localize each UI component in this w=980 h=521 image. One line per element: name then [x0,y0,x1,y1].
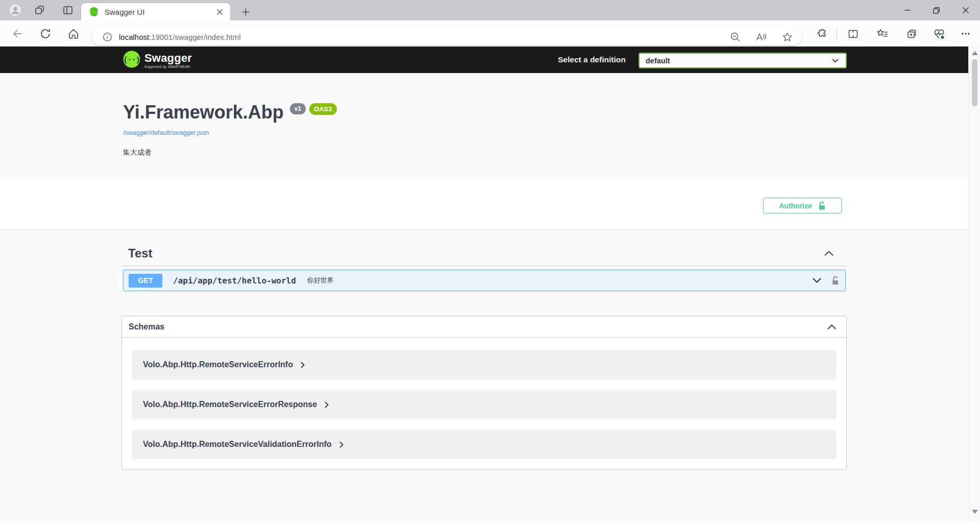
swagger-favicon: {··} [89,7,99,16]
spec-json-link[interactable]: /swagger/default/swagger.json [123,129,209,136]
brand-subtitle: Supported by SMARTBEAR [144,65,192,68]
ellipsis-icon [961,32,970,35]
tab-actions-icon [62,5,74,16]
favorite-star-button[interactable] [782,32,792,42]
authorize-label: Authorize [779,202,812,210]
browser-essentials-icon [934,29,945,39]
profile-avatar[interactable] [9,4,21,16]
schemas-header[interactable]: Schemas [122,316,846,338]
new-tab-button[interactable] [238,5,253,19]
zoom-out-button[interactable] [730,32,740,42]
close-window-button[interactable] [951,0,980,20]
url-path: :19001/swagger/index.html [149,33,240,41]
home-button[interactable] [67,28,80,40]
tab-close-button[interactable] [214,6,225,17]
scheme-container: Authorize [0,179,968,229]
triangle-up-icon [972,51,978,55]
model-row-remote-service-validation-error-info[interactable]: Volo.Abp.Http.RemoteServiceValidationErr… [132,430,836,459]
plus-icon [242,8,250,16]
operation-path: /api/app/test/hello-world [173,276,296,286]
model-name: Volo.Abp.Http.RemoteServiceErrorResponse [143,400,317,409]
restore-button[interactable] [922,0,951,20]
method-badge: GET [129,274,162,288]
site-info-icon[interactable] [103,33,112,41]
home-icon [68,28,79,39]
tab-strip: {··} Swagger UI [0,0,980,20]
definition-select[interactable]: default [639,53,847,68]
chevron-down-icon[interactable] [813,278,821,283]
triangle-down-icon [972,510,978,514]
workspaces-button[interactable] [34,4,46,16]
minimize-button[interactable] [893,0,922,20]
url-host: localhost [119,33,149,41]
split-screen-icon [848,29,859,39]
chevron-up-icon[interactable] [824,251,834,256]
favorites-star-list-icon [877,29,888,39]
reload-button[interactable] [39,28,52,40]
tab-actions-button[interactable] [62,4,74,16]
api-info-section: Yi.Framework.Abp v1 OAS3 /swagger/defaul… [0,73,968,179]
browser-tab-swagger-ui[interactable]: {··} Swagger UI [81,3,230,20]
operation-get-hello-world[interactable]: GET /api/app/test/hello-world 你好世界 [123,270,846,291]
chevron-down-icon [832,59,839,63]
oas-badge: OAS3 [309,103,336,115]
back-button[interactable] [11,28,23,40]
extensions-button[interactable] [816,28,828,40]
scroll-down-button[interactable] [969,507,980,517]
avatar-icon [9,4,21,17]
collections-button[interactable] [905,28,918,40]
select-definition-label: Select a definition [558,55,626,64]
star-icon [782,32,792,42]
swagger-brand: {··} Swagger Supported by SMARTBEAR [123,51,192,68]
scrollbar-thumb[interactable] [972,59,977,106]
schemas-title: Schemas [129,322,164,331]
restore-icon [933,7,940,14]
zoom-out-icon [730,32,740,42]
model-row-remote-service-error-response[interactable]: Volo.Abp.Http.RemoteServiceErrorResponse [132,390,836,419]
split-screen-button[interactable] [847,28,859,40]
read-aloud-button[interactable] [756,32,766,42]
toolbar-separator [837,29,837,39]
browser-toolbar: localhost:19001/swagger/index.html [0,20,980,46]
favorites-button[interactable] [876,28,889,40]
auth-lock-icon[interactable] [831,276,839,285]
collections-icon [906,29,917,39]
address-bar[interactable]: localhost:19001/swagger/index.html [92,29,802,45]
minimize-icon [904,7,911,13]
tab-title: Swagger UI [105,8,214,16]
page-scrollbar[interactable] [968,44,980,521]
svg-text:{··}: {··} [123,56,140,64]
schemas-section: Schemas Volo.Abp.Http.RemoteServiceError… [121,316,847,470]
api-description: 集大成者 [123,148,152,157]
back-arrow-icon [11,28,22,39]
chevron-right-icon[interactable] [339,441,344,448]
model-name: Volo.Abp.Http.RemoteServiceValidationErr… [143,440,332,449]
address-bar-actions [730,32,802,42]
authorize-button[interactable]: Authorize [763,198,842,214]
model-row-remote-service-error-info[interactable]: Volo.Abp.Http.RemoteServiceErrorInfo [132,350,836,380]
reload-icon [40,28,51,39]
unlock-icon [818,201,826,210]
browser-essentials-button[interactable] [933,28,945,40]
chevron-up-icon[interactable] [827,324,836,329]
close-icon [217,9,223,15]
schemas-body: Volo.Abp.Http.RemoteServiceErrorInfo Vol… [122,338,846,469]
window-controls [893,0,980,20]
scroll-up-button[interactable] [969,48,980,58]
swagger-topbar: {··} Swagger Supported by SMARTBEAR Sele… [0,46,968,73]
chevron-right-icon[interactable] [325,401,329,408]
chevron-right-icon[interactable] [301,362,305,368]
api-title: Yi.Framework.Abp [123,102,284,123]
model-name: Volo.Abp.Http.RemoteServiceErrorInfo [143,360,293,369]
operation-description: 你好世界 [307,276,334,285]
brand-name: Swagger [144,51,192,66]
version-badge: v1 [290,103,306,114]
tag-title: Test [128,247,153,260]
svg-text:{··}: {··} [89,10,99,15]
settings-more-button[interactable] [960,28,972,40]
workspaces-icon [34,5,45,16]
api-main: Test GET /api/app/test/hello-world 你好世界 [121,229,847,470]
browser-window: {··} Swagger UI [0,0,980,521]
tag-section-header-test[interactable]: Test [121,247,847,266]
url-text: localhost:19001/swagger/index.html [119,33,240,41]
